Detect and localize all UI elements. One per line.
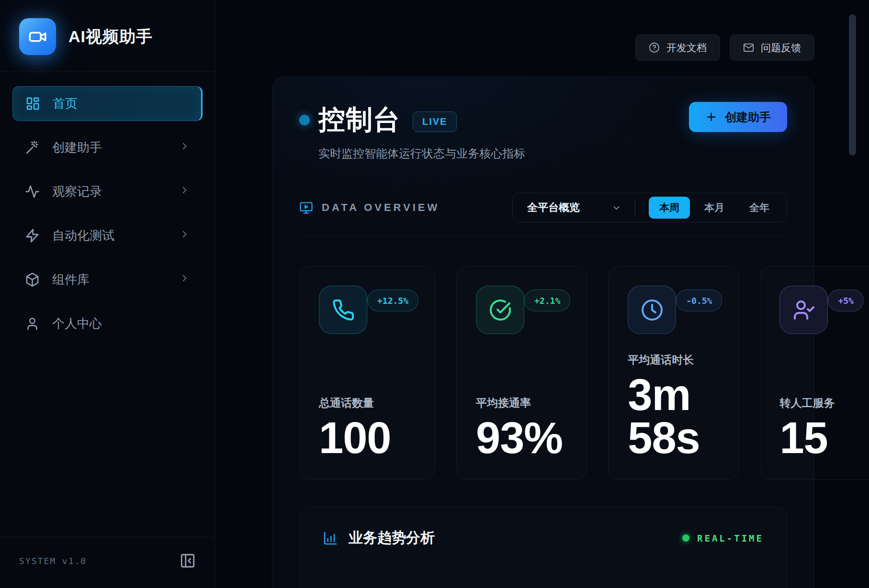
stat-label: 总通话数量 xyxy=(319,396,418,410)
card-bottom: 转人工服务 15 xyxy=(779,396,864,459)
panel-collapse-icon xyxy=(180,553,196,569)
card-bottom: 平均通话时长 3m 58s xyxy=(628,353,722,459)
activity-icon xyxy=(25,184,40,199)
stat-card-avg-duration: -0.5% 平均通话时长 3m 58s xyxy=(608,266,739,480)
stat-label: 平均接通率 xyxy=(476,396,570,410)
help-circle-icon xyxy=(649,42,660,53)
delta-badge: +5% xyxy=(828,289,864,311)
sidebar-item-label: 创建助手 xyxy=(52,139,102,156)
tab-full-year[interactable]: 全年 xyxy=(739,197,780,219)
period-tabs: 本周 本月 全年 xyxy=(649,197,780,219)
status-dot xyxy=(299,115,310,125)
card-top: +5% xyxy=(779,286,864,334)
sidebar-item-observation-log[interactable]: 观察记录 xyxy=(12,174,203,209)
feedback-label: 问题反馈 xyxy=(761,41,801,55)
page-subtitle: 实时监控智能体运行状态与业务核心指标 xyxy=(318,146,787,161)
card-top: +12.5% xyxy=(319,286,418,334)
sidebar-item-home[interactable]: 首页 xyxy=(12,86,203,121)
console-header: 控制台 LIVE 创建助手 xyxy=(299,102,787,138)
sidebar-item-personal-center[interactable]: 个人中心 xyxy=(12,306,203,341)
realtime-label: REAL-TIME xyxy=(697,533,764,544)
sidebar: AI视频助手 首页 创建助手 观察记录 xyxy=(0,0,215,588)
delta-badge: +12.5% xyxy=(367,289,418,311)
stat-card-human-transfer: +5% 转人工服务 15 xyxy=(760,266,869,480)
mail-icon xyxy=(743,42,754,53)
stat-icon-tile xyxy=(779,286,828,334)
stat-cards-row: +12.5% 总通话数量 100 +2.1% 平均接通率 xyxy=(299,266,787,480)
delta-badge: -0.5% xyxy=(676,289,722,311)
sidebar-item-label: 个人中心 xyxy=(52,315,102,332)
stat-card-total-calls: +12.5% 总通话数量 100 xyxy=(299,266,435,480)
sidebar-collapse-button[interactable] xyxy=(180,553,196,569)
dev-docs-label: 开发文档 xyxy=(666,41,707,55)
stat-value: 93% xyxy=(476,416,569,459)
platform-dropdown[interactable]: 全平台概览 xyxy=(527,200,580,215)
user-icon xyxy=(25,316,40,331)
divider xyxy=(635,199,635,217)
data-overview-heading: DATA OVERVIEW xyxy=(299,201,440,215)
create-assistant-button[interactable]: 创建助手 xyxy=(689,102,787,132)
check-circle-icon xyxy=(489,299,512,322)
tab-this-week[interactable]: 本周 xyxy=(649,197,690,219)
video-camera-icon xyxy=(28,27,48,47)
stat-icon-tile xyxy=(628,286,676,334)
sidebar-nav: 首页 创建助手 观察记录 自动化测试 xyxy=(0,72,215,341)
delta-badge: +2.1% xyxy=(524,289,570,311)
stat-icon-tile xyxy=(476,286,524,334)
stat-card-answer-rate: +2.1% 平均接通率 93% xyxy=(456,266,587,480)
phone-icon xyxy=(332,299,355,322)
console-panel: 控制台 LIVE 创建助手 实时监控智能体运行状态与业务核心指标 DATA OV… xyxy=(272,77,814,588)
stat-label: 转人工服务 xyxy=(779,396,864,410)
layout-dashboard-icon xyxy=(25,96,40,111)
create-assistant-label: 创建助手 xyxy=(725,110,771,125)
sidebar-item-label: 组件库 xyxy=(52,271,90,288)
trend-title: 业务趋势分析 xyxy=(349,528,435,548)
sidebar-item-label: 观察记录 xyxy=(52,183,102,200)
stat-value: 100 xyxy=(319,416,412,459)
card-top: -0.5% xyxy=(628,286,722,334)
sidebar-item-create-assistant[interactable]: 创建助手 xyxy=(12,130,203,165)
green-status-dot xyxy=(682,534,689,542)
trend-title-group: 业务趋势分析 xyxy=(323,528,435,548)
cube-icon xyxy=(25,272,40,287)
plus-icon xyxy=(705,111,717,123)
stat-icon-tile xyxy=(319,286,367,334)
dev-docs-button[interactable]: 开发文档 xyxy=(635,34,720,61)
console-title-row: 控制台 LIVE xyxy=(299,102,457,138)
sidebar-item-label: 首页 xyxy=(53,95,78,112)
page-title: 控制台 xyxy=(318,102,400,138)
vertical-scrollbar[interactable] xyxy=(849,14,856,155)
chevron-right-icon xyxy=(179,272,190,287)
sidebar-item-label: 自动化测试 xyxy=(52,227,114,244)
clock-icon xyxy=(641,299,664,322)
topbar: 开发文档 问题反馈 xyxy=(635,34,814,61)
realtime-status: REAL-TIME xyxy=(682,533,764,544)
main-area: 开发文档 问题反馈 控制台 LIVE 创建助手 实时监控智能体运行状态与业务核心… xyxy=(215,0,869,588)
stat-value: 15 xyxy=(779,416,864,459)
card-top: +2.1% xyxy=(476,286,570,334)
sidebar-item-automation-test[interactable]: 自动化测试 xyxy=(12,218,203,253)
sidebar-header: AI视频助手 xyxy=(0,0,215,72)
stat-value: 3m 58s xyxy=(628,373,721,459)
chevron-right-icon xyxy=(179,184,190,199)
zap-icon xyxy=(25,228,40,243)
app-logo xyxy=(19,18,56,55)
sidebar-item-component-library[interactable]: 组件库 xyxy=(12,262,203,297)
bar-chart-icon xyxy=(323,531,338,546)
user-check-icon xyxy=(792,299,815,322)
feedback-button[interactable]: 问题反馈 xyxy=(730,34,814,61)
chevron-down-icon[interactable] xyxy=(611,203,621,213)
trend-header: 业务趋势分析 REAL-TIME xyxy=(323,528,764,548)
monitor-play-icon xyxy=(299,201,313,215)
tab-this-month[interactable]: 本月 xyxy=(694,197,735,219)
chevron-right-icon xyxy=(179,140,190,155)
stat-label: 平均通话时长 xyxy=(628,353,722,367)
app-title: AI视频助手 xyxy=(68,26,153,48)
system-version: SYSTEM v1.0 xyxy=(19,556,87,566)
magic-wand-icon xyxy=(25,140,40,155)
sidebar-footer: SYSTEM v1.0 xyxy=(0,537,215,588)
data-overview-row: DATA OVERVIEW 全平台概览 本周 本月 全年 xyxy=(299,193,787,236)
live-badge: LIVE xyxy=(413,111,457,132)
card-bottom: 平均接通率 93% xyxy=(476,396,570,459)
data-overview-label: DATA OVERVIEW xyxy=(322,201,440,214)
